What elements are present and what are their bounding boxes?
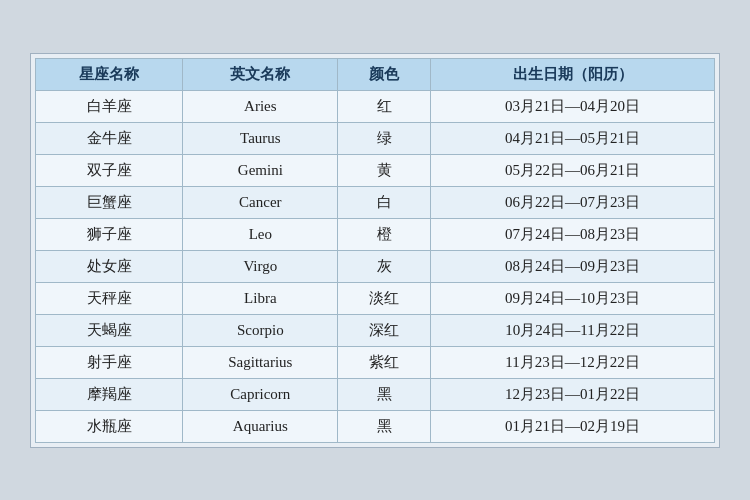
cell-english-name: Virgo — [183, 250, 338, 282]
cell-english-name: Scorpio — [183, 314, 338, 346]
cell-color: 淡红 — [338, 282, 431, 314]
cell-chinese-name: 水瓶座 — [36, 410, 183, 442]
cell-english-name: Libra — [183, 282, 338, 314]
table-row: 射手座Sagittarius紫红11月23日—12月22日 — [36, 346, 715, 378]
cell-dates: 08月24日—09月23日 — [431, 250, 715, 282]
cell-chinese-name: 巨蟹座 — [36, 186, 183, 218]
cell-english-name: Gemini — [183, 154, 338, 186]
table-row: 摩羯座Capricorn黑12月23日—01月22日 — [36, 378, 715, 410]
cell-english-name: Leo — [183, 218, 338, 250]
cell-chinese-name: 双子座 — [36, 154, 183, 186]
table-row: 金牛座Taurus绿04月21日—05月21日 — [36, 122, 715, 154]
cell-english-name: Sagittarius — [183, 346, 338, 378]
zodiac-table-container: 星座名称 英文名称 颜色 出生日期（阳历） 白羊座Aries红03月21日—04… — [30, 53, 720, 448]
cell-english-name: Capricorn — [183, 378, 338, 410]
cell-color: 黑 — [338, 378, 431, 410]
cell-chinese-name: 射手座 — [36, 346, 183, 378]
cell-color: 红 — [338, 90, 431, 122]
cell-color: 橙 — [338, 218, 431, 250]
cell-english-name: Aries — [183, 90, 338, 122]
cell-chinese-name: 狮子座 — [36, 218, 183, 250]
cell-color: 灰 — [338, 250, 431, 282]
cell-color: 紫红 — [338, 346, 431, 378]
cell-dates: 12月23日—01月22日 — [431, 378, 715, 410]
table-row: 巨蟹座Cancer白06月22日—07月23日 — [36, 186, 715, 218]
cell-color: 黄 — [338, 154, 431, 186]
table-row: 双子座Gemini黄05月22日—06月21日 — [36, 154, 715, 186]
table-row: 天蝎座Scorpio深红10月24日—11月22日 — [36, 314, 715, 346]
cell-chinese-name: 白羊座 — [36, 90, 183, 122]
cell-dates: 05月22日—06月21日 — [431, 154, 715, 186]
cell-dates: 01月21日—02月19日 — [431, 410, 715, 442]
header-english-name: 英文名称 — [183, 58, 338, 90]
cell-color: 深红 — [338, 314, 431, 346]
cell-english-name: Cancer — [183, 186, 338, 218]
cell-chinese-name: 摩羯座 — [36, 378, 183, 410]
cell-dates: 10月24日—11月22日 — [431, 314, 715, 346]
table-body: 白羊座Aries红03月21日—04月20日金牛座Taurus绿04月21日—0… — [36, 90, 715, 442]
cell-chinese-name: 天蝎座 — [36, 314, 183, 346]
table-row: 水瓶座Aquarius黑01月21日—02月19日 — [36, 410, 715, 442]
zodiac-table: 星座名称 英文名称 颜色 出生日期（阳历） 白羊座Aries红03月21日—04… — [35, 58, 715, 443]
cell-dates: 11月23日—12月22日 — [431, 346, 715, 378]
table-row: 白羊座Aries红03月21日—04月20日 — [36, 90, 715, 122]
table-header-row: 星座名称 英文名称 颜色 出生日期（阳历） — [36, 58, 715, 90]
table-row: 天秤座Libra淡红09月24日—10月23日 — [36, 282, 715, 314]
cell-chinese-name: 金牛座 — [36, 122, 183, 154]
cell-english-name: Aquarius — [183, 410, 338, 442]
cell-dates: 06月22日—07月23日 — [431, 186, 715, 218]
cell-color: 绿 — [338, 122, 431, 154]
header-dates: 出生日期（阳历） — [431, 58, 715, 90]
cell-color: 白 — [338, 186, 431, 218]
cell-dates: 09月24日—10月23日 — [431, 282, 715, 314]
cell-english-name: Taurus — [183, 122, 338, 154]
cell-chinese-name: 天秤座 — [36, 282, 183, 314]
table-row: 处女座Virgo灰08月24日—09月23日 — [36, 250, 715, 282]
header-color: 颜色 — [338, 58, 431, 90]
table-row: 狮子座Leo橙07月24日—08月23日 — [36, 218, 715, 250]
cell-dates: 04月21日—05月21日 — [431, 122, 715, 154]
cell-color: 黑 — [338, 410, 431, 442]
cell-dates: 07月24日—08月23日 — [431, 218, 715, 250]
cell-chinese-name: 处女座 — [36, 250, 183, 282]
cell-dates: 03月21日—04月20日 — [431, 90, 715, 122]
header-chinese-name: 星座名称 — [36, 58, 183, 90]
